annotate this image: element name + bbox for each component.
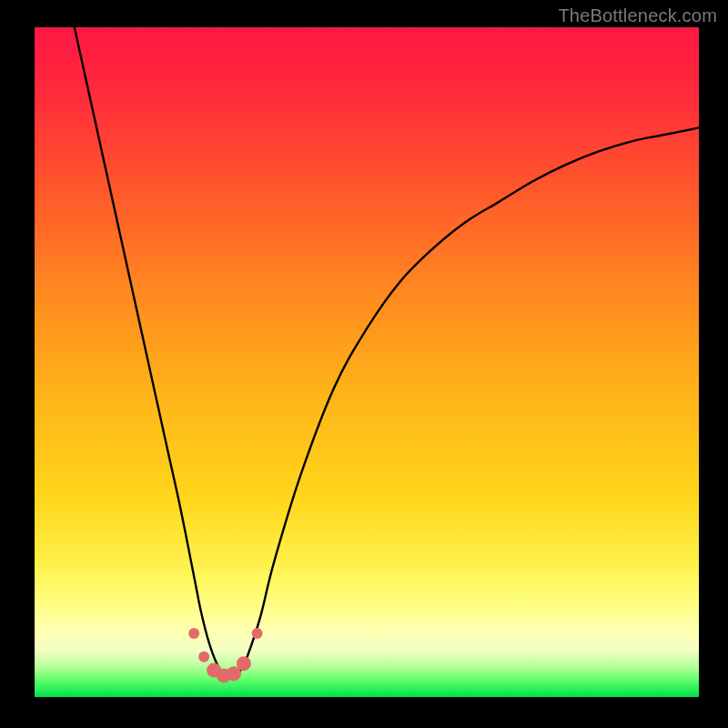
trough-marker: [237, 656, 251, 671]
trough-marker: [252, 628, 263, 639]
plot-background: [35, 27, 699, 697]
bottleneck-chart: [0, 0, 728, 728]
watermark-text: TheBottleneck.com: [558, 5, 717, 26]
trough-marker: [198, 652, 209, 662]
trough-marker: [188, 628, 199, 639]
chart-stage: TheBottleneck.com: [0, 0, 728, 728]
